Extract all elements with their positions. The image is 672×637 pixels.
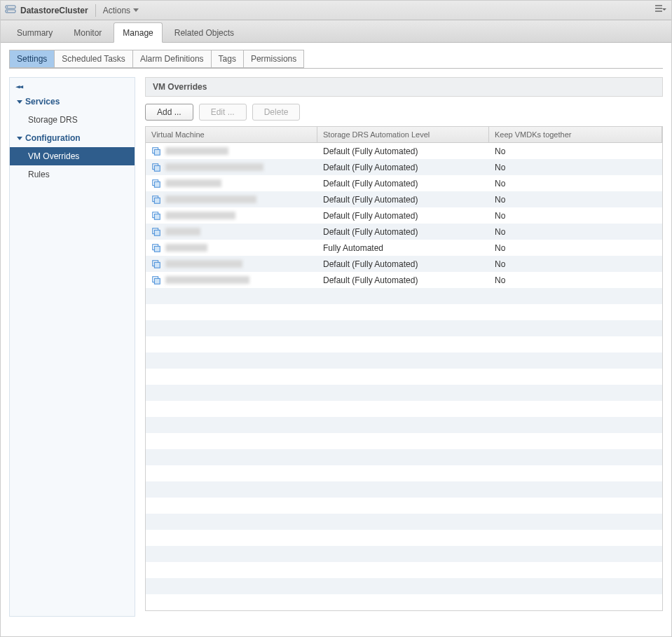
cell-vmdk: No bbox=[489, 227, 662, 237]
sidebar-group-services[interactable]: Services bbox=[10, 93, 135, 111]
edit-button[interactable]: Edit ... bbox=[199, 104, 247, 121]
table-row[interactable]: Default (Fully Automated)No bbox=[146, 207, 662, 224]
table-row-empty bbox=[146, 304, 662, 320]
actions-menu[interactable]: Actions bbox=[103, 6, 139, 15]
table-row-empty bbox=[146, 369, 662, 385]
vm-overrides-table: Virtual Machine Storage DRS Automation L… bbox=[145, 126, 663, 611]
table-row-empty bbox=[146, 481, 662, 498]
table-row-empty bbox=[146, 401, 662, 417]
table-row[interactable]: Default (Fully Automated)No bbox=[146, 175, 662, 191]
svg-rect-13 bbox=[154, 214, 160, 219]
tab-manage[interactable]: Manage bbox=[114, 22, 162, 43]
cell-vmdk: No bbox=[489, 163, 662, 172]
settings-sidebar: ◄◄ ServicesStorage DRSConfigurationVM Ov… bbox=[9, 77, 135, 617]
actions-label: Actions bbox=[103, 6, 130, 15]
table-row[interactable]: Default (Fully Automated)No bbox=[146, 224, 662, 240]
chevron-down-icon bbox=[17, 137, 22, 140]
subtab-alarm-definitions[interactable]: Alarm Definitions bbox=[132, 50, 212, 68]
svg-rect-19 bbox=[154, 262, 160, 268]
chevron-down-icon bbox=[17, 100, 22, 104]
vm-name-redacted bbox=[165, 212, 235, 219]
table-row-empty bbox=[146, 336, 662, 352]
tab-related-objects[interactable]: Related Objects bbox=[165, 22, 243, 42]
add-button[interactable]: Add ... bbox=[145, 104, 193, 121]
vm-name-redacted bbox=[165, 196, 256, 203]
vm-name-redacted bbox=[165, 260, 242, 268]
panel-toolbar: Add ... Edit ... Delete bbox=[145, 97, 663, 126]
vm-name-redacted bbox=[165, 228, 200, 235]
cell-automation: Default (Fully Automated) bbox=[317, 211, 489, 221]
table-row[interactable]: Fully AutomatedNo bbox=[146, 240, 662, 256]
table-header: Virtual Machine Storage DRS Automation L… bbox=[146, 127, 662, 143]
titlebar: DatastoreCluster Actions bbox=[1, 1, 671, 20]
vm-overrides-panel: VM Overrides Add ... Edit ... Delete Vir… bbox=[145, 77, 663, 617]
table-row[interactable]: Default (Fully Automated)No bbox=[146, 191, 662, 207]
cell-vm bbox=[146, 227, 317, 237]
sidebar-item-storage-drs[interactable]: Storage DRS bbox=[10, 111, 135, 129]
vm-name-redacted bbox=[165, 163, 263, 171]
table-row-empty bbox=[146, 433, 662, 449]
column-vmdk[interactable]: Keep VMDKs together bbox=[489, 127, 662, 142]
svg-rect-9 bbox=[154, 181, 160, 187]
table-row-empty bbox=[146, 562, 662, 578]
svg-point-3 bbox=[7, 11, 8, 12]
vm-icon bbox=[151, 146, 161, 156]
vm-name-redacted bbox=[165, 147, 228, 155]
table-row[interactable]: Default (Fully Automated)No bbox=[146, 159, 662, 175]
primary-tabs: SummaryMonitorManageRelated Objects bbox=[1, 20, 671, 43]
cell-vmdk: No bbox=[489, 211, 662, 221]
vm-icon bbox=[151, 211, 161, 221]
vm-icon bbox=[151, 275, 161, 285]
table-row-empty bbox=[146, 417, 662, 433]
subtab-scheduled-tasks[interactable]: Scheduled Tasks bbox=[54, 50, 133, 68]
table-row-empty bbox=[146, 514, 662, 530]
subtab-permissions[interactable]: Permissions bbox=[243, 50, 304, 68]
column-automation[interactable]: Storage DRS Automation Level bbox=[317, 127, 489, 142]
vm-icon bbox=[151, 163, 161, 172]
tab-summary[interactable]: Summary bbox=[8, 22, 62, 42]
page-title: DatastoreCluster bbox=[20, 6, 88, 15]
svg-rect-15 bbox=[154, 230, 160, 235]
vm-icon bbox=[151, 179, 161, 189]
svg-rect-17 bbox=[154, 246, 160, 252]
column-vm[interactable]: Virtual Machine bbox=[146, 127, 317, 142]
vm-name-redacted bbox=[165, 244, 207, 252]
svg-rect-21 bbox=[154, 278, 160, 284]
cell-vm bbox=[146, 146, 317, 156]
delete-button[interactable]: Delete bbox=[252, 104, 301, 121]
cell-automation: Default (Fully Automated) bbox=[317, 275, 489, 285]
svg-rect-5 bbox=[154, 149, 160, 155]
cell-vmdk: No bbox=[489, 259, 662, 269]
cell-vm bbox=[146, 259, 317, 269]
cell-vm bbox=[146, 275, 317, 285]
table-row-empty bbox=[146, 385, 662, 401]
table-row[interactable]: Default (Fully Automated)No bbox=[146, 256, 662, 272]
subtab-tags[interactable]: Tags bbox=[211, 50, 244, 68]
svg-rect-7 bbox=[154, 165, 160, 171]
menu-icon[interactable] bbox=[654, 4, 667, 16]
vm-name-redacted bbox=[165, 276, 249, 284]
vm-icon bbox=[151, 259, 161, 269]
cell-vm bbox=[146, 195, 317, 205]
subtab-settings[interactable]: Settings bbox=[9, 50, 55, 68]
cell-automation: Default (Fully Automated) bbox=[317, 146, 489, 156]
tab-monitor[interactable]: Monitor bbox=[64, 22, 111, 42]
sidebar-collapse-button[interactable]: ◄◄ bbox=[10, 81, 135, 93]
table-row[interactable]: Default (Fully Automated)No bbox=[146, 272, 662, 288]
table-row-empty bbox=[146, 530, 662, 546]
cell-vmdk: No bbox=[489, 146, 662, 156]
cell-vm bbox=[146, 243, 317, 253]
table-row-empty bbox=[146, 498, 662, 514]
vm-icon bbox=[151, 195, 161, 205]
cell-vm bbox=[146, 211, 317, 221]
svg-point-2 bbox=[7, 6, 8, 8]
table-row-empty bbox=[146, 320, 662, 336]
cell-automation: Default (Fully Automated) bbox=[317, 227, 489, 237]
sidebar-item-rules[interactable]: Rules bbox=[10, 165, 135, 184]
sidebar-group-configuration[interactable]: Configuration bbox=[10, 129, 135, 147]
table-row[interactable]: Default (Fully Automated)No bbox=[146, 143, 662, 159]
table-body: Default (Fully Automated)NoDefault (Full… bbox=[146, 143, 662, 610]
sidebar-item-vm-overrides[interactable]: VM Overrides bbox=[10, 147, 135, 165]
cell-automation: Default (Fully Automated) bbox=[317, 259, 489, 269]
table-row-empty bbox=[146, 449, 662, 465]
